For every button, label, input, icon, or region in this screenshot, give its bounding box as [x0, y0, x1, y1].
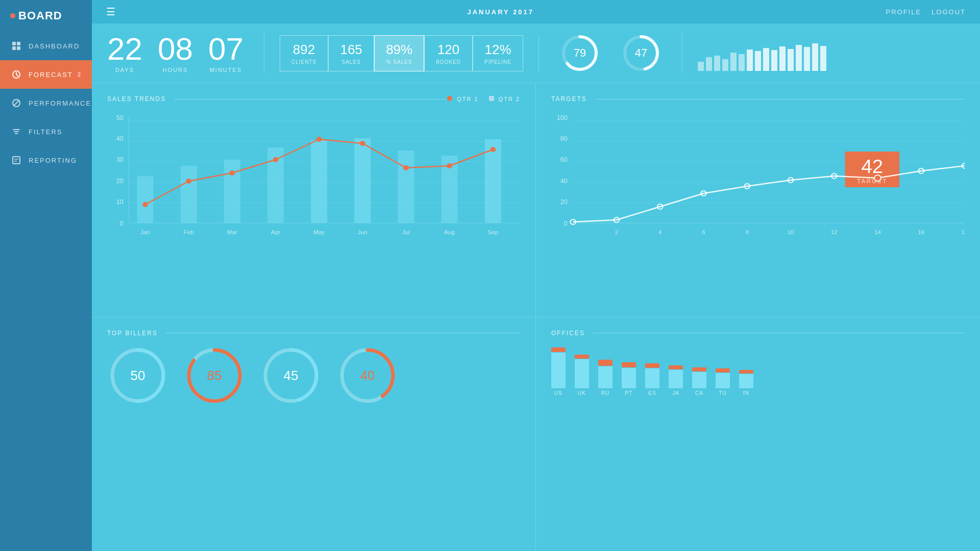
- gauge-1-value: 79: [574, 46, 586, 60]
- topbar: ☰ JANUARY 2017 PROFILE LOGOUT: [92, 0, 980, 23]
- mini-bar-0: [698, 62, 704, 71]
- bar-wrap-ca: [692, 347, 706, 388]
- svg-text:20: 20: [116, 178, 124, 185]
- badge-forecast: 2: [75, 69, 85, 80]
- bar-wrap-uk: [575, 347, 589, 388]
- hamburger-button[interactable]: ☰: [106, 6, 115, 18]
- bar-orange-ca: [692, 367, 706, 371]
- stat-box-pipeline[interactable]: 12% PIPELINE: [473, 35, 523, 71]
- bar-orange-ru: [598, 360, 612, 366]
- svg-text:Apr: Apr: [271, 229, 280, 235]
- targets-section: TARGETS 0 20 40 60 80 100: [536, 83, 980, 317]
- days-label: DAYS: [115, 67, 134, 73]
- svg-rect-3: [17, 46, 20, 50]
- mini-bar-3: [722, 59, 728, 71]
- bar-blue-ja: [669, 370, 683, 388]
- gauge-2: 47: [621, 33, 662, 73]
- profile-button[interactable]: PROFILE: [886, 8, 921, 16]
- mini-bar-11: [788, 49, 794, 71]
- svg-point-39: [142, 202, 148, 207]
- office-col-tu: TU: [716, 347, 730, 396]
- svg-text:TARGET: TARGET: [857, 178, 887, 184]
- mini-bar-13: [804, 47, 810, 71]
- bar-blue-tu: [716, 373, 730, 388]
- sidebar-item-forecast[interactable]: FORECAST 2: [0, 60, 92, 89]
- dashboard-icon: [11, 41, 21, 51]
- minutes-value: 07: [208, 33, 243, 65]
- bar-wrap-ja: [669, 347, 683, 388]
- stat-label-pct_sales: % SALES: [386, 59, 412, 65]
- office-label-pt: PT: [625, 390, 633, 396]
- logo-dot: [10, 13, 15, 18]
- mini-bar-1: [706, 57, 712, 71]
- stat-value-pct_sales: 89%: [386, 42, 412, 58]
- sales-trends-title: SALES TRENDS QTR 1 QTR 2: [107, 95, 520, 103]
- bar-blue-us: [551, 353, 566, 388]
- logo: BOARD: [0, 0, 92, 32]
- svg-rect-0: [12, 42, 16, 45]
- svg-point-46: [447, 163, 452, 168]
- office-col-pt: PT: [622, 347, 636, 396]
- svg-text:10: 10: [116, 198, 124, 206]
- stat-box-clients[interactable]: 892 CLIENTS: [280, 35, 328, 71]
- stat-value-booked: 120: [436, 42, 461, 58]
- bar-blue-uk: [575, 359, 589, 388]
- donut-biller3: 45: [260, 345, 322, 406]
- svg-text:42: 42: [861, 156, 883, 177]
- stat-value-sales: 165: [340, 42, 362, 58]
- mini-bar-7: [755, 51, 761, 71]
- stat-box-booked[interactable]: 120 BOOKED: [424, 35, 473, 71]
- bar-orange-us: [551, 347, 566, 353]
- svg-text:0: 0: [120, 220, 124, 227]
- office-label-tu: TU: [719, 390, 726, 396]
- forecast-icon: [11, 69, 21, 80]
- sidebar-item-dashboard[interactable]: DASHBOARD: [0, 32, 92, 60]
- svg-text:Sep: Sep: [487, 229, 498, 235]
- svg-text:60: 60: [560, 156, 568, 163]
- bar-wrap-es: [645, 347, 659, 388]
- svg-point-40: [186, 179, 191, 184]
- sidebar: BOARD DASHBOARD FORECAST 2 PERFORMANCE F…: [0, 0, 92, 551]
- bar-blue-ru: [598, 366, 612, 388]
- stat-box-sales[interactable]: 165 SALES: [328, 35, 374, 71]
- top-billers-title: TOP BILLERS: [107, 330, 520, 337]
- svg-rect-9: [15, 133, 18, 134]
- sidebar-item-filters[interactable]: FILTERS: [0, 117, 92, 146]
- bar-orange-uk: [575, 355, 589, 359]
- mini-bar-5: [739, 54, 745, 71]
- svg-text:6: 6: [702, 229, 705, 235]
- svg-text:2: 2: [615, 229, 619, 235]
- svg-text:20: 20: [560, 198, 568, 206]
- logout-button[interactable]: LOGOUT: [932, 8, 966, 16]
- office-label-ja: JA: [672, 390, 679, 396]
- svg-text:Aug: Aug: [444, 229, 455, 235]
- svg-text:Feb: Feb: [184, 229, 194, 235]
- svg-rect-30: [137, 176, 154, 223]
- office-col-in: IN: [739, 347, 753, 396]
- svg-text:May: May: [313, 229, 325, 235]
- stat-box-pct_sales[interactable]: 89% % SALES: [374, 35, 424, 71]
- topbar-actions: PROFILE LOGOUT: [886, 8, 966, 16]
- performance-icon: [11, 98, 21, 108]
- stat-boxes: 892 CLIENTS 165 SALES 89% % SALES 120 BO…: [264, 35, 539, 71]
- targets-chart-svg: 0 20 40 60 80 100 42 TARGET: [551, 111, 965, 243]
- reporting-icon: [11, 155, 21, 165]
- mini-bar-4: [730, 53, 737, 71]
- svg-text:Jun: Jun: [358, 229, 368, 235]
- countdown: 22 DAYS 08 HOURS 07 MINUTES: [107, 33, 264, 73]
- office-col-us: US: [551, 347, 566, 396]
- svg-text:Jan: Jan: [140, 229, 150, 235]
- svg-rect-36: [398, 151, 414, 223]
- mini-bar-14: [812, 43, 818, 71]
- sidebar-item-performance[interactable]: PERFORMANCE: [0, 89, 92, 117]
- gauge-section: 79 47: [539, 33, 682, 73]
- minutes-label: MINUTES: [210, 67, 242, 73]
- donut-biller2: 85: [184, 345, 245, 406]
- mini-bar-6: [747, 49, 753, 71]
- office-label-us: US: [554, 390, 562, 396]
- days-value: 22: [107, 33, 142, 65]
- offices-bars: US UK RU PT ES: [551, 345, 965, 396]
- donut-value-biller3: 45: [284, 367, 299, 383]
- gauge-2-value: 47: [635, 46, 647, 60]
- sidebar-item-reporting[interactable]: REPORTING: [0, 146, 92, 174]
